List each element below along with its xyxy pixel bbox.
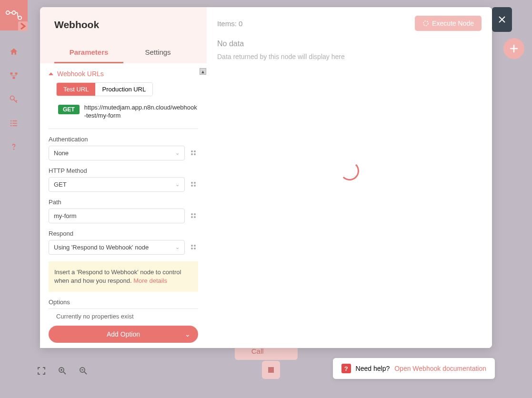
loading-spinner-icon xyxy=(340,161,359,180)
sidebar-key-icon[interactable] xyxy=(0,88,28,111)
svg-point-27 xyxy=(191,216,193,218)
svg-point-19 xyxy=(191,153,193,155)
svg-point-1 xyxy=(12,11,15,14)
webhook-urls-label: Webhook URLs xyxy=(57,70,104,78)
chevron-down-icon: ⌄ xyxy=(185,330,191,338)
scroll-up-icon[interactable]: ▲ xyxy=(200,68,206,75)
method-gear-icon[interactable] xyxy=(189,179,198,189)
svg-point-17 xyxy=(191,150,193,152)
svg-point-7 xyxy=(10,120,12,122)
auth-label: Authentication xyxy=(49,136,198,143)
help-link[interactable]: Open Webhook documentation xyxy=(394,365,486,372)
sidebar-help-icon[interactable] xyxy=(0,135,28,159)
output-panel: Items: 0 Execute Node No data Data retur… xyxy=(207,7,492,348)
stop-button[interactable] xyxy=(262,361,280,379)
http-method-badge: GET xyxy=(58,105,80,114)
svg-point-30 xyxy=(194,245,196,247)
app-logo[interactable] xyxy=(0,0,28,30)
sidebar-list-icon[interactable] xyxy=(0,111,28,135)
more-details-link[interactable]: More details xyxy=(133,277,167,284)
sidebar-home-icon[interactable] xyxy=(0,40,28,64)
svg-point-28 xyxy=(194,216,196,218)
chevron-down-icon: ⌄ xyxy=(175,244,180,250)
respond-value: Using 'Respond to Webhook' node xyxy=(54,244,149,251)
svg-point-21 xyxy=(191,182,193,184)
production-url-tab[interactable]: Production URL xyxy=(95,83,152,96)
svg-point-18 xyxy=(194,150,196,152)
path-label: Path xyxy=(49,199,198,206)
svg-point-20 xyxy=(194,153,196,155)
add-option-label: Add Option xyxy=(107,330,140,338)
respond-info-box: Insert a 'Respond to Webhook' node to co… xyxy=(49,261,198,292)
tab-parameters[interactable]: Parameters xyxy=(54,42,123,63)
svg-point-13 xyxy=(13,149,15,150)
svg-point-33 xyxy=(423,21,428,26)
svg-point-32 xyxy=(194,248,196,249)
svg-point-31 xyxy=(191,248,193,249)
svg-point-25 xyxy=(191,213,193,215)
path-value: my-form xyxy=(54,212,77,219)
respond-gear-icon[interactable] xyxy=(189,242,198,252)
tab-settings[interactable]: Settings xyxy=(123,42,192,63)
svg-point-24 xyxy=(194,185,196,187)
auth-value: None xyxy=(54,149,69,157)
add-node-button[interactable] xyxy=(503,38,524,59)
svg-rect-11 xyxy=(13,123,17,124)
path-gear-icon[interactable] xyxy=(189,211,198,220)
respond-select[interactable]: Using 'Respond to Webhook' node ⌄ xyxy=(49,240,185,255)
help-text: Need help? xyxy=(356,365,390,372)
svg-point-2 xyxy=(18,16,21,20)
method-value: GET xyxy=(54,181,67,188)
svg-point-22 xyxy=(194,182,196,184)
parameters-panel: Webhook Parameters Settings ▲ Webhook UR… xyxy=(40,7,207,348)
no-data-subtitle: Data returned by this node will display … xyxy=(217,53,482,60)
items-count: Items: 0 xyxy=(217,20,242,28)
method-select[interactable]: GET ⌄ xyxy=(49,177,185,192)
svg-rect-12 xyxy=(13,125,17,126)
svg-rect-4 xyxy=(15,72,18,74)
webhook-urls-section[interactable]: Webhook URLs xyxy=(49,70,198,78)
node-editor-modal: Webhook Parameters Settings ▲ Webhook UR… xyxy=(40,7,492,348)
svg-point-9 xyxy=(10,125,12,127)
options-label: Options xyxy=(49,298,198,306)
chevron-up-icon xyxy=(49,72,53,75)
test-url-tab[interactable]: Test URL xyxy=(57,83,95,96)
auth-gear-icon[interactable] xyxy=(189,148,198,158)
canvas-toolbar xyxy=(33,363,91,379)
execute-label: Execute Node xyxy=(432,20,474,27)
expand-sidebar-icon[interactable] xyxy=(18,21,28,31)
svg-point-23 xyxy=(191,185,193,187)
respond-label: Respond xyxy=(49,230,198,237)
help-card: ? Need help? Open Webhook documentation xyxy=(333,358,495,379)
zoom-out-icon[interactable] xyxy=(75,363,91,379)
sidebar-workflow-icon[interactable] xyxy=(0,64,28,88)
close-button[interactable] xyxy=(492,7,512,32)
node-title: Webhook xyxy=(54,19,192,30)
svg-point-29 xyxy=(191,245,193,247)
svg-rect-3 xyxy=(10,72,13,74)
execute-node-button[interactable]: Execute Node xyxy=(415,16,482,31)
zoom-in-icon[interactable] xyxy=(54,363,70,379)
method-label: HTTP Method xyxy=(49,167,198,174)
sidebar xyxy=(0,0,28,398)
chevron-down-icon: ⌄ xyxy=(175,181,180,188)
path-input[interactable]: my-form xyxy=(49,209,185,223)
options-empty-text: Currently no properties exist xyxy=(49,309,198,326)
svg-rect-10 xyxy=(13,120,17,121)
webhook-url-text[interactable]: https://mutedjam.app.n8n.cloud/webhook-t… xyxy=(84,104,198,120)
fullscreen-icon[interactable] xyxy=(33,363,50,379)
add-option-button[interactable]: Add Option ⌄ xyxy=(49,326,198,343)
svg-point-8 xyxy=(10,123,12,124)
svg-point-0 xyxy=(6,11,10,14)
no-data-title: No data xyxy=(217,40,482,48)
help-badge-icon: ? xyxy=(341,364,351,373)
chevron-down-icon: ⌄ xyxy=(175,150,180,156)
svg-point-26 xyxy=(194,213,196,215)
auth-select[interactable]: None ⌄ xyxy=(49,146,185,160)
svg-rect-5 xyxy=(13,77,15,79)
